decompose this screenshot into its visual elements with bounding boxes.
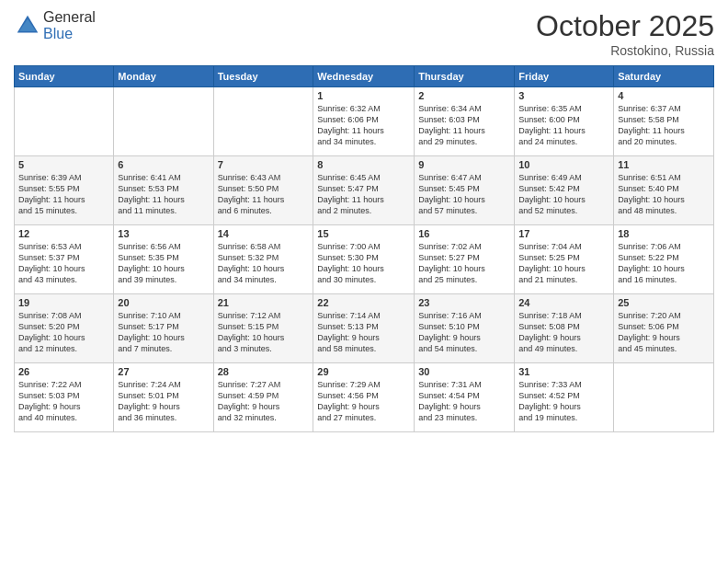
day-number: 4: [618, 90, 710, 101]
calendar-cell: 3Sunrise: 6:35 AM Sunset: 6:00 PM Daylig…: [515, 87, 614, 156]
weekday-header-thursday: Thursday: [415, 66, 515, 87]
day-info: Sunrise: 7:20 AM Sunset: 5:06 PM Dayligh…: [618, 310, 710, 355]
day-number: 7: [218, 159, 310, 170]
calendar-cell: 25Sunrise: 7:20 AM Sunset: 5:06 PM Dayli…: [614, 294, 714, 363]
day-info: Sunrise: 7:18 AM Sunset: 5:08 PM Dayligh…: [518, 310, 609, 355]
weekday-header-sunday: Sunday: [15, 66, 114, 87]
day-number: 24: [518, 297, 609, 308]
calendar-cell: [614, 363, 714, 432]
calendar-week-row: 1Sunrise: 6:32 AM Sunset: 6:06 PM Daylig…: [15, 87, 714, 156]
calendar-table: SundayMondayTuesdayWednesdayThursdayFrid…: [14, 65, 714, 432]
day-info: Sunrise: 6:58 AM Sunset: 5:32 PM Dayligh…: [218, 241, 310, 286]
logo-text: General Blue: [43, 9, 96, 42]
day-info: Sunrise: 6:47 AM Sunset: 5:45 PM Dayligh…: [418, 172, 510, 217]
day-info: Sunrise: 6:41 AM Sunset: 5:53 PM Dayligh…: [118, 172, 209, 217]
calendar-cell: 22Sunrise: 7:14 AM Sunset: 5:13 PM Dayli…: [313, 294, 415, 363]
calendar-cell: 9Sunrise: 6:47 AM Sunset: 5:45 PM Daylig…: [415, 156, 515, 225]
calendar-cell: 5Sunrise: 6:39 AM Sunset: 5:55 PM Daylig…: [15, 156, 114, 225]
calendar-cell: 19Sunrise: 7:08 AM Sunset: 5:20 PM Dayli…: [15, 294, 114, 363]
calendar-cell: [114, 87, 213, 156]
day-info: Sunrise: 7:22 AM Sunset: 5:03 PM Dayligh…: [18, 379, 109, 424]
page-container: General Blue October 2025 Rostokino, Rus…: [0, 0, 728, 563]
calendar-cell: 31Sunrise: 7:33 AM Sunset: 4:52 PM Dayli…: [515, 363, 614, 432]
day-number: 3: [518, 90, 609, 101]
weekday-header-wednesday: Wednesday: [313, 66, 415, 87]
logo: General Blue: [14, 9, 96, 42]
calendar-cell: 14Sunrise: 6:58 AM Sunset: 5:32 PM Dayli…: [213, 225, 313, 294]
calendar-cell: 26Sunrise: 7:22 AM Sunset: 5:03 PM Dayli…: [15, 363, 114, 432]
day-number: 20: [118, 297, 209, 308]
day-info: Sunrise: 6:37 AM Sunset: 5:58 PM Dayligh…: [618, 103, 710, 148]
day-info: Sunrise: 6:32 AM Sunset: 6:06 PM Dayligh…: [317, 103, 410, 148]
day-info: Sunrise: 7:06 AM Sunset: 5:22 PM Dayligh…: [618, 241, 710, 286]
day-number: 9: [418, 159, 510, 170]
calendar-week-row: 12Sunrise: 6:53 AM Sunset: 5:37 PM Dayli…: [15, 225, 714, 294]
calendar-cell: 15Sunrise: 7:00 AM Sunset: 5:30 PM Dayli…: [313, 225, 415, 294]
day-number: 8: [317, 159, 410, 170]
calendar-cell: 6Sunrise: 6:41 AM Sunset: 5:53 PM Daylig…: [114, 156, 213, 225]
location: Rostokino, Russia: [536, 43, 714, 58]
day-number: 27: [118, 366, 209, 377]
day-number: 26: [18, 366, 109, 377]
weekday-header-friday: Friday: [515, 66, 614, 87]
day-info: Sunrise: 6:51 AM Sunset: 5:40 PM Dayligh…: [618, 172, 710, 217]
day-number: 28: [218, 366, 310, 377]
day-info: Sunrise: 6:39 AM Sunset: 5:55 PM Dayligh…: [18, 172, 109, 217]
calendar-cell: 30Sunrise: 7:31 AM Sunset: 4:54 PM Dayli…: [415, 363, 515, 432]
day-number: 21: [218, 297, 310, 308]
day-info: Sunrise: 6:49 AM Sunset: 5:42 PM Dayligh…: [518, 172, 609, 217]
logo-blue: Blue: [43, 26, 73, 41]
day-number: 19: [18, 297, 109, 308]
logo-icon: [14, 12, 41, 40]
calendar-week-row: 26Sunrise: 7:22 AM Sunset: 5:03 PM Dayli…: [15, 363, 714, 432]
calendar-cell: 12Sunrise: 6:53 AM Sunset: 5:37 PM Dayli…: [15, 225, 114, 294]
calendar-cell: 29Sunrise: 7:29 AM Sunset: 4:56 PM Dayli…: [313, 363, 415, 432]
day-number: 10: [518, 159, 609, 170]
calendar-cell: 21Sunrise: 7:12 AM Sunset: 5:15 PM Dayli…: [213, 294, 313, 363]
calendar-cell: 17Sunrise: 7:04 AM Sunset: 5:25 PM Dayli…: [515, 225, 614, 294]
weekday-header-tuesday: Tuesday: [213, 66, 313, 87]
calendar-cell: 18Sunrise: 7:06 AM Sunset: 5:22 PM Dayli…: [614, 225, 714, 294]
calendar-week-row: 19Sunrise: 7:08 AM Sunset: 5:20 PM Dayli…: [15, 294, 714, 363]
day-number: 12: [18, 228, 109, 239]
day-number: 25: [618, 297, 710, 308]
day-info: Sunrise: 6:34 AM Sunset: 6:03 PM Dayligh…: [418, 103, 510, 148]
day-info: Sunrise: 6:56 AM Sunset: 5:35 PM Dayligh…: [118, 241, 209, 286]
calendar-cell: 28Sunrise: 7:27 AM Sunset: 4:59 PM Dayli…: [213, 363, 313, 432]
calendar-cell: 10Sunrise: 6:49 AM Sunset: 5:42 PM Dayli…: [515, 156, 614, 225]
calendar-cell: 23Sunrise: 7:16 AM Sunset: 5:10 PM Dayli…: [415, 294, 515, 363]
day-info: Sunrise: 7:33 AM Sunset: 4:52 PM Dayligh…: [518, 379, 609, 424]
day-number: 17: [518, 228, 609, 239]
day-info: Sunrise: 7:14 AM Sunset: 5:13 PM Dayligh…: [317, 310, 410, 355]
day-number: 6: [118, 159, 209, 170]
calendar-cell: 2Sunrise: 6:34 AM Sunset: 6:03 PM Daylig…: [415, 87, 515, 156]
weekday-header-row: SundayMondayTuesdayWednesdayThursdayFrid…: [15, 66, 714, 87]
day-info: Sunrise: 7:00 AM Sunset: 5:30 PM Dayligh…: [317, 241, 410, 286]
day-info: Sunrise: 7:12 AM Sunset: 5:15 PM Dayligh…: [218, 310, 310, 355]
day-number: 16: [418, 228, 510, 239]
day-number: 18: [618, 228, 710, 239]
day-number: 15: [317, 228, 410, 239]
day-number: 2: [418, 90, 510, 101]
day-number: 1: [317, 90, 410, 101]
day-info: Sunrise: 6:53 AM Sunset: 5:37 PM Dayligh…: [18, 241, 109, 286]
calendar-cell: 7Sunrise: 6:43 AM Sunset: 5:50 PM Daylig…: [213, 156, 313, 225]
day-number: 14: [218, 228, 310, 239]
weekday-header-saturday: Saturday: [614, 66, 714, 87]
logo-general: General: [43, 9, 96, 25]
calendar-week-row: 5Sunrise: 6:39 AM Sunset: 5:55 PM Daylig…: [15, 156, 714, 225]
day-info: Sunrise: 6:35 AM Sunset: 6:00 PM Dayligh…: [518, 103, 609, 148]
day-number: 11: [618, 159, 710, 170]
calendar-cell: 1Sunrise: 6:32 AM Sunset: 6:06 PM Daylig…: [313, 87, 415, 156]
calendar-cell: [15, 87, 114, 156]
day-info: Sunrise: 6:45 AM Sunset: 5:47 PM Dayligh…: [317, 172, 410, 217]
day-info: Sunrise: 7:04 AM Sunset: 5:25 PM Dayligh…: [518, 241, 609, 286]
day-info: Sunrise: 7:27 AM Sunset: 4:59 PM Dayligh…: [218, 379, 310, 424]
calendar-cell: 11Sunrise: 6:51 AM Sunset: 5:40 PM Dayli…: [614, 156, 714, 225]
day-info: Sunrise: 7:29 AM Sunset: 4:56 PM Dayligh…: [317, 379, 410, 424]
weekday-header-monday: Monday: [114, 66, 213, 87]
header: General Blue October 2025 Rostokino, Rus…: [14, 9, 714, 58]
day-info: Sunrise: 7:08 AM Sunset: 5:20 PM Dayligh…: [18, 310, 109, 355]
day-number: 5: [18, 159, 109, 170]
calendar-cell: [213, 87, 313, 156]
